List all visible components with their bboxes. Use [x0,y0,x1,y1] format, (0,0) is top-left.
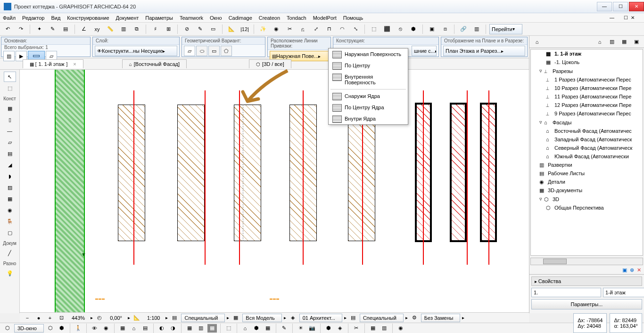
new-view-button[interactable]: ▣ [622,267,627,273]
offset-button[interactable]: ◉ [271,24,282,34]
menu-item-core-outside[interactable]: Снаружи Ядра [329,90,408,102]
menu-item-center[interactable]: По Центру [329,60,408,71]
curtainwall-tool[interactable]: ▦ [4,194,16,204]
tree-horiz-scrollbar[interactable] [530,258,643,265]
b21[interactable]: ◉ [396,324,405,333]
fillet-button[interactable]: ◠ [337,24,348,34]
column-tool[interactable]: ▯ [4,114,16,125]
b19[interactable]: ▦ [368,324,378,333]
close-button[interactable]: ✕ [629,2,644,11]
cursor-set-button[interactable]: ✦ [33,24,45,34]
view-button[interactable]: ▥ [471,24,482,34]
persp-button[interactable]: ⬢ [57,324,66,333]
b10[interactable]: ⌂ [240,324,250,333]
override-dropdown[interactable]: Специальный [360,314,404,322]
menu-window[interactable]: Окно [210,15,222,21]
menu-item-core-center[interactable]: По Центру Ядра [329,102,408,113]
b16[interactable]: ⬢ [324,324,333,333]
walk-button[interactable]: 🚶 [74,324,83,333]
ungroup-button[interactable]: ⬛ [381,24,393,34]
beam-tool[interactable]: — [4,126,16,136]
zoom-slider[interactable]: ● [34,314,43,322]
zoom-in-button[interactable]: + [45,314,55,322]
ruler-button[interactable]: 📏 [105,24,116,34]
wall-tool[interactable]: ▦ [4,103,16,114]
split-button[interactable]: ⎌ [297,24,308,34]
b5[interactable]: ◑ [168,324,178,333]
zoom-value[interactable]: 443% [68,315,89,321]
settings-dialog-button[interactable]: ▥ [3,51,15,61]
b13[interactable]: ✎ [280,324,289,333]
close-icon[interactable]: × [73,61,76,67]
stair-tool[interactable]: ▤ [4,148,16,159]
orient-button[interactable]: ◴ [95,314,104,322]
arrow-tool[interactable]: ↖ [4,72,16,82]
group-button[interactable]: ⬚ [368,24,380,34]
object-tool[interactable]: 🪑 [4,216,16,227]
b1[interactable]: ▦ [118,324,127,333]
snap-button[interactable]: ⊞ [163,24,174,34]
nav-project-button[interactable]: ⌂ [594,37,605,47]
nav-views-button[interactable]: ▥ [606,37,618,47]
b17[interactable]: ◈ [335,324,345,333]
link-button[interactable]: 🔗 [458,24,469,34]
resize-button[interactable]: ⤡ [350,24,361,34]
menu-teamwork[interactable]: Teamwork [180,15,203,21]
scale-button[interactable]: 📐 [132,314,141,322]
menu-cadimage[interactable]: Cadimage [229,15,252,21]
suspend2-button[interactable]: ⦸ [395,24,406,34]
menu-createon[interactable]: Createon [259,15,280,21]
tab-3d[interactable]: ⬡ [3D / все] [249,59,291,68]
nav-home-button[interactable]: ⌂ [531,37,543,47]
menu-modelport[interactable]: ModelPort [313,15,337,21]
edit-button[interactable]: ✎ [194,24,206,34]
minimize-button[interactable]: — [597,2,612,11]
display-dropdown[interactable]: План Этажа и Разрез... ▸ [443,46,525,56]
penset-dropdown[interactable]: Специальный [181,314,225,322]
intersect-button[interactable]: ⊓ [323,24,335,34]
undo-button[interactable]: ↶ [2,24,13,34]
menu-design[interactable]: Конструирование [67,15,109,21]
autogroup-button[interactable]: ⬢ [408,24,419,34]
props-id-input[interactable] [531,288,601,297]
pen-button[interactable]: ✎ [47,24,58,34]
geo-poly-button[interactable]: ⬠ [221,46,232,56]
menu-view[interactable]: Вид [51,15,60,21]
mini-close-button[interactable]: ✕ [631,15,635,20]
params-button[interactable]: Параметры... [531,299,642,309]
geo-straight-button[interactable]: ▱ [184,46,195,56]
explore-button[interactable]: 👁 [90,324,99,333]
measure-button[interactable]: 📐 [226,24,237,34]
geo-trapezoid-button[interactable]: ▭ [208,46,220,56]
goto-dropdown[interactable]: Перейти ▾ [489,24,522,34]
b6[interactable]: ▦ [185,324,194,333]
roof-tool[interactable]: ◢ [4,160,16,170]
new-folder-button[interactable]: ⊕ [630,267,634,273]
axo-button[interactable]: ⬡ [46,324,55,333]
marquee-tool[interactable]: ⬚ [4,83,16,93]
tab-floor-plan[interactable]: ▦ [1. 1-й этаж]× [23,59,83,68]
b11[interactable]: ⬢ [252,324,261,333]
b7[interactable]: ▥ [196,324,206,333]
layer-dropdown[interactable]: 👁 Конструкти...ны Несущие ▸ [95,46,177,56]
redo-button[interactable]: ↷ [15,24,26,34]
tab-elevation[interactable]: ⌂ [Восточный Фасад] [122,59,187,68]
angle-button[interactable]: ∠ [78,24,90,34]
mini-min-button[interactable]: — [610,15,614,20]
scale-value[interactable]: 1:100 [143,315,164,321]
menu-item-outer-face[interactable]: Наружная Поверхность [329,49,408,60]
angle-value[interactable]: 0,00° [106,315,126,321]
mesh-tool[interactable]: ▨ [4,182,16,193]
structure-dropdown[interactable]: шние с... ▸ [412,46,437,56]
nav-publisher-button[interactable]: ▣ [631,37,642,47]
layout-button[interactable]: ⧈ [439,24,451,34]
trim-button[interactable]: ✂ [284,24,295,34]
layercombo-dropdown[interactable]: 01 Архитект... [299,314,342,322]
menu-file[interactable]: Файл [3,15,16,21]
nav-layouts-button[interactable]: ▦ [619,37,630,47]
dialog-button[interactable]: ⧉ [131,24,142,34]
slab-tool[interactable]: ▱ [4,137,16,147]
fill-button[interactable]: ▤ [60,24,71,34]
mini-restore-button[interactable]: ☐ [624,15,628,20]
b14[interactable]: ☀ [296,324,305,333]
